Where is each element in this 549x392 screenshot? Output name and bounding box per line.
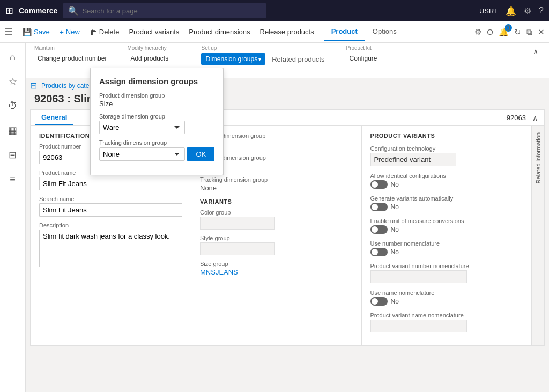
settings2-icon[interactable]: ⚙ <box>474 27 481 37</box>
filter-icon[interactable]: ⊟ <box>4 145 21 165</box>
description-input[interactable]: Slim fit dark wash jeans for a classy lo… <box>39 230 182 267</box>
dropdown-chevron-icon: ▾ <box>258 56 261 62</box>
product-variants-button[interactable]: Product variants <box>124 26 183 38</box>
color-group-value[interactable] <box>200 217 275 230</box>
tab-general[interactable]: General <box>35 110 73 125</box>
new-button[interactable]: + New <box>55 26 84 39</box>
new-icon: + <box>60 28 64 36</box>
search-input[interactable] <box>82 7 261 15</box>
search-name-input[interactable] <box>39 203 182 217</box>
enable-uom-toggle[interactable] <box>370 225 388 234</box>
config-tech-value: Predefined variant <box>370 153 456 166</box>
assign-dimension-groups-popup: Assign dimension groups Product dimensio… <box>90 68 224 175</box>
use-number-nomenclature-label: Use number nomenclature <box>370 240 523 247</box>
product-variants-label: PRODUCT VARIANTS <box>370 132 523 139</box>
ribbon-maintain-group: Maintain Change product number <box>34 45 110 64</box>
allow-identical-toggle-row: No <box>370 180 523 189</box>
config-tech-label: Configuration technology <box>370 145 523 152</box>
generate-variants-field: Generate variants automatically No <box>370 195 523 211</box>
style-group-value[interactable] <box>200 242 275 255</box>
tracking-dimension-group-wrapper: None Serial Batch <box>99 147 185 166</box>
form-header-right: 92063 ∧ <box>507 112 540 124</box>
product-number-badge: 92063 <box>507 114 526 122</box>
grid-icon[interactable]: ⊞ <box>5 5 13 17</box>
notification-badge[interactable]: 🔔 0 <box>499 27 509 37</box>
product-variant-name-nomenclature-value[interactable] <box>370 320 467 332</box>
use-name-nomenclature-field: Use name nomenclature No <box>370 290 523 306</box>
save-icon: 💾 <box>23 28 32 36</box>
use-name-nomenclature-label: Use name nomenclature <box>370 290 523 296</box>
notification-count: 0 <box>505 24 512 32</box>
product-dimension-group-value: Size <box>99 100 214 108</box>
settings-icon[interactable]: ⚙ <box>524 6 531 16</box>
product-variant-name-nomenclature-field: Product variant name nomenclature <box>370 312 523 332</box>
delete-button[interactable]: 🗑 Delete <box>85 26 124 39</box>
dimension-groups-button[interactable]: Dimension groups ▾ <box>201 53 265 65</box>
refresh-icon[interactable]: ↻ <box>514 27 521 37</box>
storage-dimension-group-select[interactable]: Ware None SiteWH <box>99 121 185 134</box>
product-kit-group-label: Product kit <box>346 45 371 51</box>
user-label[interactable]: USRT <box>479 7 498 15</box>
use-name-nomenclature-value: No <box>391 298 399 305</box>
allow-identical-label: Allow identical configurations <box>370 173 523 179</box>
close-icon[interactable]: ✕ <box>538 27 545 37</box>
tracking-dimension-group-select[interactable]: None Serial Batch <box>99 147 185 161</box>
ribbon-collapse-button[interactable]: ∧ <box>531 45 540 58</box>
generate-variants-value: No <box>391 203 399 211</box>
section-collapse-button[interactable]: ∧ <box>530 112 540 124</box>
generate-variants-toggle[interactable] <box>370 203 388 211</box>
star-icon[interactable]: ☆ <box>4 71 21 92</box>
variants-label: VARIANTS <box>200 198 353 205</box>
change-product-number-button[interactable]: Change product number <box>34 53 110 64</box>
left-sidebar: ⌂ ☆ ⏱ ▦ ⊟ ≡ <box>0 43 26 392</box>
product-variant-number-nomenclature-field: Product variant number nomenclature <box>370 263 523 283</box>
allow-identical-toggle[interactable] <box>370 180 388 189</box>
search-name-field: Search name <box>39 196 182 217</box>
product-name-input[interactable] <box>39 177 182 190</box>
ok-button[interactable]: OK <box>187 147 214 161</box>
tab-product[interactable]: Product <box>324 23 365 41</box>
allow-identical-field: Allow identical configurations No <box>370 173 523 189</box>
home-icon[interactable]: ⌂ <box>5 47 20 67</box>
enable-uom-toggle-row: No <box>370 225 523 234</box>
use-number-nomenclature-toggle-row: No <box>370 248 523 256</box>
related-information-label: Related information <box>535 132 541 183</box>
product-variant-number-nomenclature-value[interactable] <box>370 270 467 283</box>
open-icon[interactable]: ⧉ <box>526 27 532 37</box>
calendar-icon[interactable]: ▦ <box>4 120 21 140</box>
product-variants-section: PRODUCT VARIANTS Configuration technolog… <box>362 126 532 345</box>
tracking-dim-group-value[interactable]: None <box>200 184 353 192</box>
office-icon[interactable]: O <box>487 27 493 36</box>
storage-dimension-group-wrapper: Ware None SiteWH <box>99 121 185 139</box>
add-products-button[interactable]: Add products <box>127 53 184 64</box>
help-icon[interactable]: ? <box>539 6 544 16</box>
allow-identical-value: No <box>391 181 399 188</box>
save-button[interactable]: 💾 Save <box>18 26 54 39</box>
enable-uom-label: Enable unit of measure conversions <box>370 218 523 224</box>
search-name-label: Search name <box>39 196 182 202</box>
generate-variants-toggle-row: No <box>370 203 523 211</box>
use-number-nomenclature-field: Use number nomenclature No <box>370 240 523 256</box>
maintain-group-label: Maintain <box>34 45 55 51</box>
description-label: Description <box>39 222 182 228</box>
size-group-value[interactable]: MNSJEANS <box>200 268 353 276</box>
use-name-nomenclature-toggle[interactable] <box>370 297 388 306</box>
bell-icon[interactable]: 🔔 <box>506 6 516 16</box>
color-group-label: Color group <box>200 209 353 216</box>
content-area: Maintain Change product number Modify hi… <box>26 43 549 392</box>
clock-icon[interactable]: ⏱ <box>4 96 22 116</box>
menu-icon[interactable]: ☰ <box>4 26 13 38</box>
related-products-button[interactable]: Related products <box>268 54 329 65</box>
configure-button[interactable]: Configure <box>346 53 380 64</box>
search-bar: 🔍 <box>63 3 266 18</box>
tab-options[interactable]: Options <box>365 23 404 41</box>
related-information-panel[interactable]: Related information <box>531 126 544 345</box>
product-dimensions-button[interactable]: Product dimensions <box>184 26 254 38</box>
modify-hierarchy-group-label: Modify hierarchy <box>127 45 166 51</box>
setup-group-label: Set up <box>201 45 217 51</box>
search-icon: 🔍 <box>68 6 79 16</box>
use-number-nomenclature-toggle[interactable] <box>370 248 388 256</box>
release-products-button[interactable]: Release products <box>256 26 318 38</box>
list-icon[interactable]: ≡ <box>5 169 20 189</box>
filter-icon[interactable]: ⊟ <box>30 80 37 91</box>
